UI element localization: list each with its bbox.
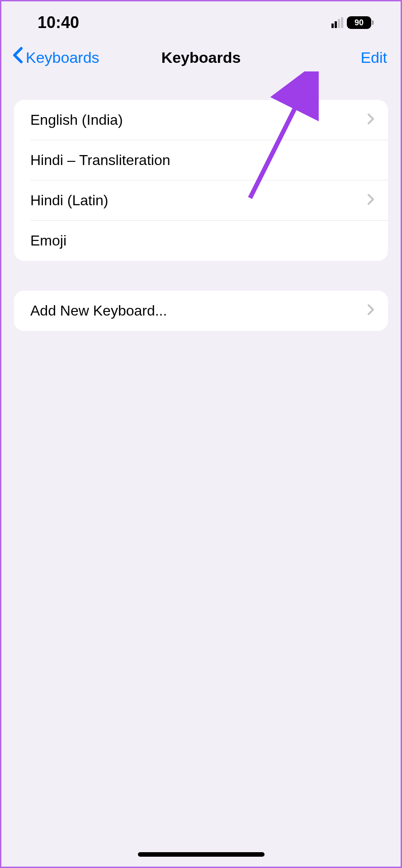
keyboard-label: Hindi – Transliteration — [30, 152, 170, 169]
keyboards-list: English (India) Hindi – Transliteration … — [14, 100, 388, 261]
keyboard-label: Hindi (Latin) — [30, 192, 109, 209]
keyboard-item-hindi-transliteration[interactable]: Hindi – Transliteration — [14, 140, 388, 180]
status-indicators: 90 — [331, 16, 374, 29]
keyboard-item-emoji[interactable]: Emoji — [14, 221, 388, 261]
keyboard-item-english-india[interactable]: English (India) — [14, 100, 388, 140]
status-bar: 10:40 90 — [1, 1, 401, 38]
home-indicator[interactable] — [138, 852, 265, 857]
chevron-right-icon — [367, 113, 374, 128]
keyboard-item-hindi-latin[interactable]: Hindi (Latin) — [14, 180, 388, 221]
chevron-right-icon — [367, 303, 374, 319]
add-keyboard-group: Add New Keyboard... — [14, 291, 388, 331]
chevron-left-icon — [12, 47, 23, 68]
add-keyboard-label: Add New Keyboard... — [30, 302, 167, 319]
page-title: Keyboards — [161, 49, 241, 66]
status-time: 10:40 — [38, 13, 79, 32]
keyboard-label: English (India) — [30, 112, 123, 128]
chevron-right-icon — [367, 193, 374, 208]
back-button[interactable]: Keyboards — [12, 47, 99, 68]
navigation-bar: Keyboards Keyboards Edit — [1, 38, 401, 82]
edit-button[interactable]: Edit — [360, 49, 387, 66]
battery-icon: 90 — [347, 16, 374, 29]
back-label: Keyboards — [26, 49, 99, 66]
content-area: English (India) Hindi – Transliteration … — [1, 82, 401, 331]
add-new-keyboard-button[interactable]: Add New Keyboard... — [14, 291, 388, 331]
keyboard-label: Emoji — [30, 232, 66, 249]
cellular-signal-icon — [331, 17, 343, 28]
